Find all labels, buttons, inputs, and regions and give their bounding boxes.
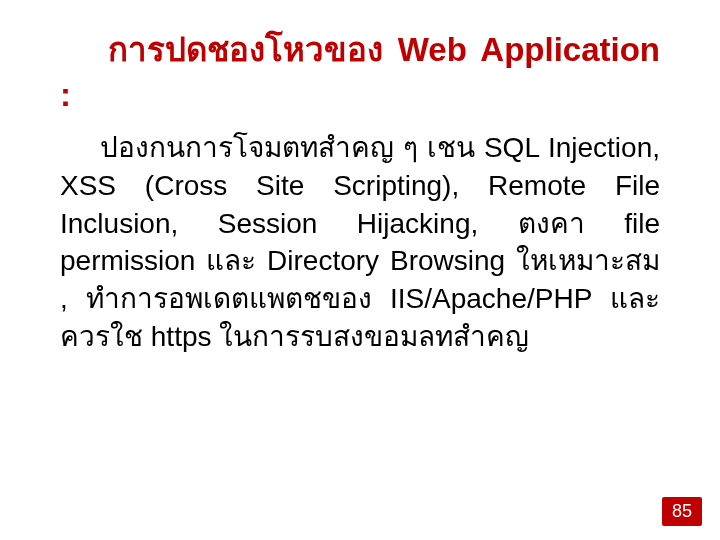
title-text: การปดชองโหวของ Web Application : xyxy=(60,31,660,113)
slide-title: การปดชองโหวของ Web Application : xyxy=(60,28,660,117)
slide: การปดชองโหวของ Web Application : ปองกนกา… xyxy=(0,0,720,540)
slide-body: ปองกนการโจมตทสำคญ ๆ เชน SQL Injection, X… xyxy=(60,129,660,356)
page-number: 85 xyxy=(662,497,702,526)
body-text: ปองกนการโจมตทสำคญ ๆ เชน SQL Injection, X… xyxy=(60,132,668,352)
